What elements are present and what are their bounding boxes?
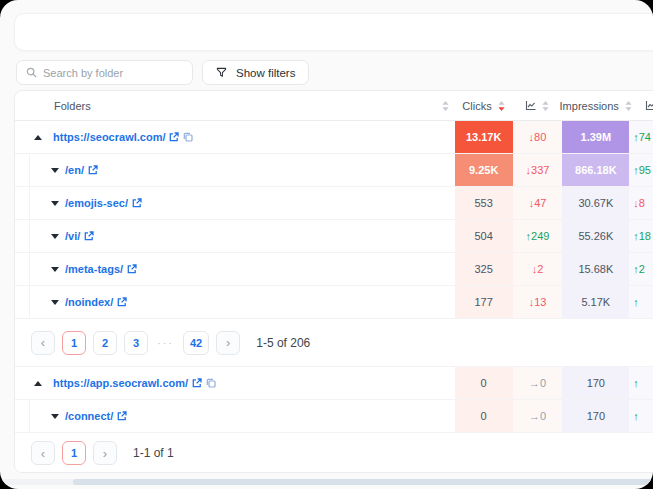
search-input[interactable] [43, 67, 183, 79]
clicks-delta: ↓13 [513, 286, 563, 318]
clicks-delta: →0 [513, 367, 563, 399]
clicks-header-cell: Clicks [455, 100, 513, 112]
next-page-button[interactable]: › [216, 331, 240, 355]
horizontal-scrollbar[interactable] [0, 479, 653, 485]
folders-sort-icon[interactable] [442, 101, 449, 111]
impressions-value: 5.17K [562, 286, 629, 318]
external-link-icon[interactable] [127, 264, 137, 274]
expand-caret-icon[interactable] [51, 168, 59, 173]
collapse-caret-icon[interactable] [34, 135, 42, 140]
impressions-delta: ↑18 [629, 220, 653, 252]
impressions-delta: ↓8 [629, 187, 653, 219]
table-row[interactable]: https://app.seocrawl.com/ 0 →0 170 ↑ [15, 367, 653, 400]
impressions-header-cell: Impressions [562, 100, 629, 112]
page-button-2[interactable]: 2 [93, 331, 117, 355]
clicks-value: 177 [455, 286, 513, 318]
expand-caret-icon[interactable] [51, 300, 59, 305]
impressions-value: 55.26K [562, 220, 629, 252]
prev-page-button[interactable]: ‹ [31, 331, 55, 355]
external-link-icon[interactable] [117, 297, 127, 307]
page-button-1[interactable]: 1 [62, 441, 86, 465]
folder-link[interactable]: /connect/ [65, 410, 113, 422]
table-row[interactable]: https://seocrawl.com/ 13.17K ↓80 1.39M ↑… [15, 121, 653, 154]
external-link-icon[interactable] [169, 132, 179, 142]
table-row[interactable]: /emojis-sec/ 553 ↓47 30.67K ↓8 [15, 187, 653, 220]
impressions-delta: ↑ [629, 367, 653, 399]
search-icon [26, 67, 37, 78]
expand-caret-icon[interactable] [51, 234, 59, 239]
external-link-icon[interactable] [192, 378, 202, 388]
impressions-value: 30.67K [562, 187, 629, 219]
impressions-delta: ↑74 [629, 121, 653, 153]
folder-link[interactable]: /vi/ [65, 230, 80, 242]
copy-icon[interactable] [183, 132, 193, 142]
clicks-value: 0 [455, 400, 513, 432]
clicks-delta: ↓47 [513, 187, 563, 219]
external-link-icon[interactable] [117, 411, 127, 421]
app-window: Show filters Folders Clicks [0, 0, 653, 489]
pagination-section-1: ‹ 1 2 3 ··· 42 › 1-5 of 206 [15, 319, 653, 367]
pagination-info: 1-1 of 1 [133, 446, 174, 460]
impressions-value: 170 [562, 367, 629, 399]
collapse-caret-icon[interactable] [34, 381, 42, 386]
pagination-ellipsis: ··· [157, 337, 174, 349]
impressions-delta: ↑2 [629, 253, 653, 285]
search-box[interactable] [16, 60, 193, 85]
impressions-value: 15.68K [562, 253, 629, 285]
top-panel [14, 13, 653, 51]
expand-caret-icon[interactable] [51, 267, 59, 272]
table-row[interactable]: /connect/ 0 →0 170 ↑ [15, 400, 653, 433]
filter-funnel-icon [216, 67, 227, 78]
impressions-value: 170 [562, 400, 629, 432]
impressions-delta: ↑ [629, 286, 653, 318]
folder-link[interactable]: /noindex/ [65, 296, 113, 308]
pagination-info: 1-5 of 206 [256, 336, 310, 350]
table-row[interactable]: /noindex/ 177 ↓13 5.17K ↑ [15, 286, 653, 319]
next-page-button[interactable]: › [93, 441, 117, 465]
page-button-3[interactable]: 3 [124, 331, 148, 355]
line-chart-icon [525, 100, 536, 111]
show-filters-label: Show filters [236, 67, 295, 79]
folder-link[interactable]: /meta-tags/ [65, 263, 123, 275]
expand-caret-icon[interactable] [51, 414, 59, 419]
clicks-delta: ↓337 [513, 154, 563, 186]
clicks-delta: ↓2 [513, 253, 563, 285]
table-row[interactable]: /vi/ 504 ↑249 55.26K ↑18 [15, 220, 653, 253]
external-link-icon[interactable] [88, 165, 98, 175]
table-row[interactable]: /en/ 9.25K ↓337 866.18K ↑95 [15, 154, 653, 187]
page-button-1[interactable]: 1 [62, 331, 86, 355]
folder-link[interactable]: /en/ [65, 164, 84, 176]
impressions-delta: ↑ [629, 400, 653, 432]
impressions-value: 1.39M [562, 121, 629, 153]
folders-header-label: Folders [54, 100, 91, 112]
show-filters-button[interactable]: Show filters [202, 60, 309, 85]
impressions-header-label: Impressions [560, 100, 619, 112]
clicks-header-label: Clicks [462, 100, 491, 112]
clicks-value: 13.17K [455, 121, 513, 153]
copy-icon[interactable] [206, 378, 216, 388]
impressions-delta: ↑95 [629, 154, 653, 186]
horizontal-scrollbar-thumb[interactable] [73, 479, 653, 485]
external-link-icon[interactable] [84, 231, 94, 241]
pagination-section-2: ‹ 1 › 1-1 of 1 [15, 433, 653, 473]
clicks-value: 0 [455, 367, 513, 399]
clicks-value: 504 [455, 220, 513, 252]
folder-link[interactable]: https://app.seocrawl.com/ [53, 377, 188, 389]
external-link-icon[interactable] [132, 198, 142, 208]
clicks-trend-sort-icon[interactable] [542, 101, 549, 111]
line-chart-icon [645, 100, 653, 111]
clicks-sort-icon[interactable] [498, 101, 505, 111]
clicks-delta: ↓80 [513, 121, 563, 153]
folder-link[interactable]: https://seocrawl.com/ [53, 131, 165, 143]
table-row[interactable]: /meta-tags/ 325 ↓2 15.68K ↑2 [15, 253, 653, 286]
folders-header-cell: Folders [15, 100, 455, 112]
prev-page-button[interactable]: ‹ [31, 441, 55, 465]
expand-caret-icon[interactable] [51, 201, 59, 206]
page-button-42[interactable]: 42 [183, 331, 209, 355]
clicks-value: 9.25K [455, 154, 513, 186]
folders-table: Folders Clicks [14, 90, 653, 473]
clicks-delta: →0 [513, 400, 563, 432]
folder-link[interactable]: /emojis-sec/ [65, 197, 128, 209]
impressions-value: 866.18K [562, 154, 629, 186]
table-header-row: Folders Clicks [15, 91, 653, 121]
